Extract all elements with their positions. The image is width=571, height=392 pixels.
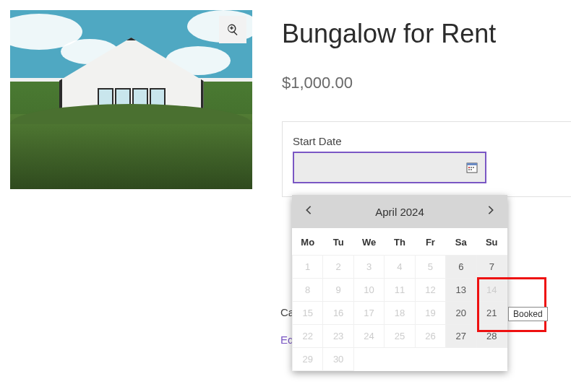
calendar-icon — [466, 162, 478, 173]
date-cell-disabled: 22 — [293, 325, 323, 348]
weekday-header: Sa — [446, 228, 476, 256]
weekday-header: Su — [476, 228, 507, 256]
date-cell-disabled: 29 — [293, 348, 323, 371]
date-cell-empty — [476, 348, 507, 371]
weekday-header: Mo — [293, 228, 323, 256]
weekday-header: We — [353, 228, 384, 256]
next-month-button[interactable] — [481, 202, 500, 221]
date-cell-disabled: 18 — [385, 302, 415, 325]
date-cell-available[interactable]: 20 — [446, 302, 476, 325]
date-cell-disabled: 23 — [323, 325, 353, 348]
date-cell-disabled: 30 — [323, 348, 353, 371]
date-cell-available[interactable]: 6 — [446, 256, 476, 279]
date-cell-disabled: 25 — [385, 325, 415, 348]
date-cell-disabled: 5 — [415, 256, 445, 279]
date-cell-disabled: 2 — [323, 256, 353, 279]
date-cell-disabled: 11 — [385, 279, 415, 302]
date-cell-disabled: 16 — [323, 302, 353, 325]
prev-month-button[interactable] — [299, 202, 318, 221]
date-cell-disabled: 15 — [293, 302, 323, 325]
datepicker: April 2024 MoTuWeThFrSaSu 12345678910111… — [292, 195, 507, 371]
date-cell-disabled: 8 — [293, 279, 323, 302]
booking-form: Start Date — [282, 121, 571, 197]
product-title: Bungalow for Rent — [282, 19, 571, 49]
date-cell-empty — [385, 348, 415, 371]
svg-rect-1 — [467, 163, 477, 165]
product-price: $1,000.00 — [282, 74, 571, 92]
date-cell-empty — [415, 348, 445, 371]
booked-tooltip: Booked — [508, 307, 548, 321]
date-cell-empty — [446, 348, 476, 371]
start-date-input[interactable] — [293, 152, 486, 183]
date-cell-empty — [353, 348, 384, 371]
weekday-header: Fr — [415, 228, 445, 256]
date-cell-available[interactable]: 27 — [446, 325, 476, 348]
date-cell-disabled: 17 — [353, 302, 384, 325]
annotation-highlight — [477, 277, 546, 332]
datepicker-grid: MoTuWeThFrSaSu 1234567891011121314151617… — [292, 228, 507, 371]
svg-rect-4 — [473, 167, 474, 168]
date-cell-disabled: 24 — [353, 325, 384, 348]
datepicker-month-label: April 2024 — [375, 206, 424, 218]
svg-rect-6 — [471, 169, 472, 170]
weekday-header: Tu — [323, 228, 353, 256]
date-cell-disabled: 12 — [415, 279, 445, 302]
datepicker-header: April 2024 — [292, 195, 507, 228]
chevron-left-icon — [304, 205, 314, 215]
chevron-right-icon — [486, 205, 496, 215]
date-cell-available[interactable]: 7 — [476, 256, 507, 279]
magnifier-plus-icon — [226, 23, 239, 36]
date-cell-disabled: 1 — [293, 256, 323, 279]
date-cell-available[interactable]: 13 — [446, 279, 476, 302]
weekday-header: Th — [385, 228, 415, 256]
zoom-button[interactable] — [219, 16, 246, 43]
start-date-label: Start Date — [293, 135, 571, 147]
svg-rect-3 — [471, 167, 472, 168]
svg-rect-2 — [468, 167, 470, 168]
date-cell-disabled: 3 — [353, 256, 384, 279]
date-cell-disabled: 9 — [323, 279, 353, 302]
date-cell-disabled: 26 — [415, 325, 445, 348]
hedge-illustration — [10, 114, 252, 189]
svg-rect-5 — [468, 169, 470, 170]
date-cell-disabled: 4 — [385, 256, 415, 279]
product-image[interactable] — [10, 10, 252, 189]
date-cell-disabled: 19 — [415, 302, 445, 325]
date-cell-disabled: 10 — [353, 279, 384, 302]
